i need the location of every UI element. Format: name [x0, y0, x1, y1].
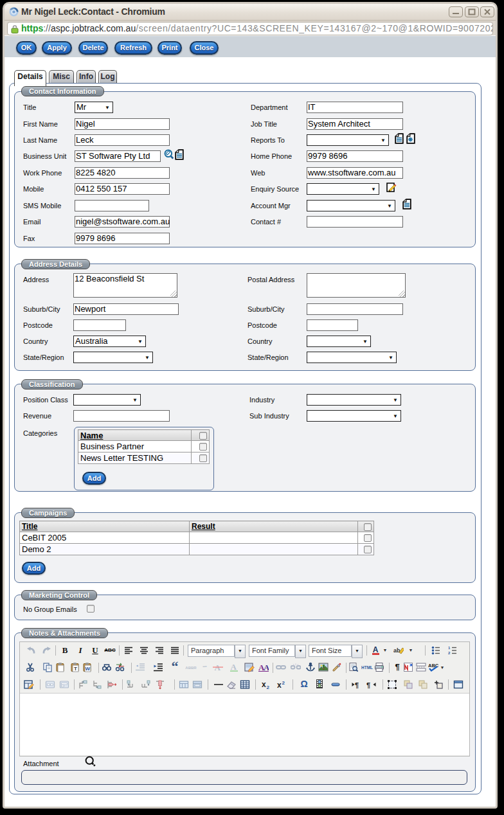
svg-text:2: 2 — [267, 685, 270, 690]
svg-text:A: A — [231, 662, 237, 672]
svg-text:W: W — [86, 666, 91, 672]
svg-text:T: T — [74, 666, 77, 672]
svg-text:A: A — [264, 663, 269, 672]
svg-text:x: x — [277, 681, 282, 690]
svg-text:¶: ¶ — [366, 681, 370, 689]
svg-text:2: 2 — [448, 651, 451, 655]
svg-text:ABC: ABC — [428, 663, 438, 668]
svg-text:x: x — [262, 680, 266, 689]
svg-text:1: 1 — [448, 646, 451, 650]
svg-text:2: 2 — [282, 680, 285, 686]
svg-text:¶: ¶ — [355, 681, 359, 689]
